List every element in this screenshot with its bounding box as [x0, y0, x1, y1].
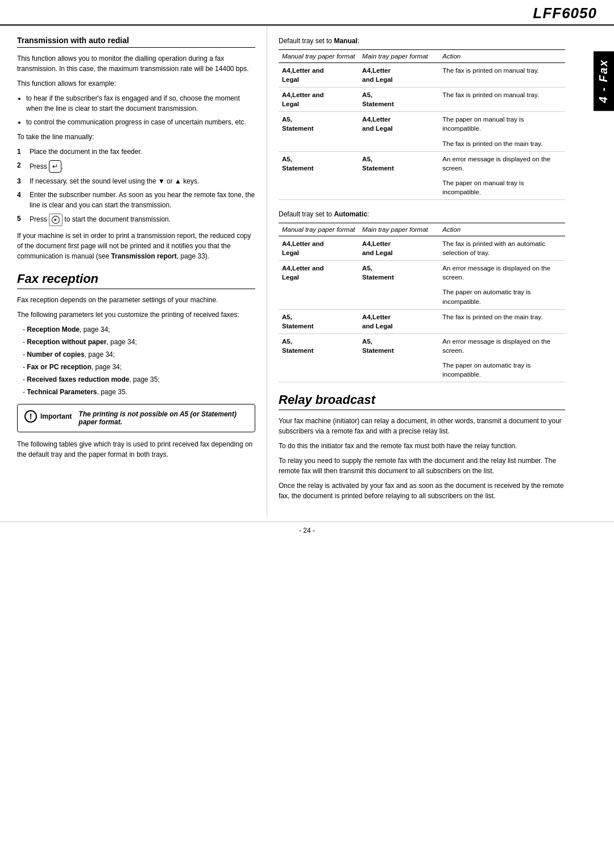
step-5: 5 Press to start the document transmissi…: [17, 214, 255, 226]
cell-main-format: A5,Statement: [359, 151, 439, 199]
cell-action: The fax is printed on manual tray.: [439, 63, 565, 87]
fax-reception-section: Fax reception Fax reception depends on t…: [17, 272, 255, 460]
table-header-row: Manual tray paper format Main tray paper…: [279, 223, 565, 236]
cell-manual-format: A4,Letter andLegal: [279, 236, 359, 261]
cell-action: The paper on automatic tray is incompati…: [439, 285, 565, 309]
cell-manual-format: A5,Statement: [279, 112, 359, 151]
table-manual: Manual tray paper format Main tray paper…: [279, 49, 565, 200]
dash-item: Reception Mode, page 34;: [23, 324, 255, 335]
transmission-para2: This function allows for example:: [17, 78, 255, 89]
relay-para4: Once the relay is activated by your fax …: [279, 481, 565, 501]
table-header-row: Manual tray paper format Main tray paper…: [279, 50, 565, 63]
footer: - 24 -: [0, 521, 614, 539]
manual-line: To take the line manually:: [17, 132, 255, 142]
cell-manual-format: A5,Statement: [279, 151, 359, 199]
exclamation-icon: !: [24, 410, 37, 423]
table-row: A5,Statement A5,Statement An error messa…: [279, 333, 565, 358]
table-row: A5,Statement A5,Statement An error messa…: [279, 151, 565, 176]
transmission-para3: If your machine is set in order to print…: [17, 231, 255, 261]
cell-main-format: A4,Letterand Legal: [359, 112, 439, 151]
cell-manual-format: A5,Statement: [279, 309, 359, 333]
transmission-para1: This function allows you to monitor the …: [17, 53, 255, 74]
main-content: Transmission with auto redial This funct…: [0, 26, 614, 516]
table-row: A4,Letter andLegal A4,Letterand Legal Th…: [279, 236, 565, 261]
table-manual-container: Default tray set to Manual: Manual tray …: [279, 36, 565, 200]
table-row: A4,Letter andLegal A5,Statement An error…: [279, 261, 565, 285]
header: LFF6050: [0, 0, 614, 26]
cell-action: The paper on automatic tray is incompati…: [439, 358, 565, 382]
dash-item: Reception without paper, page 34;: [23, 337, 255, 347]
cell-action: An error message is displayed on the scr…: [439, 261, 565, 285]
col-manual-tray: Manual tray paper format: [279, 50, 359, 63]
cell-action: An error message is displayed on the scr…: [439, 333, 565, 358]
dash-item: Number of copies, page 34;: [23, 349, 255, 360]
col-manual-tray: Manual tray paper format: [279, 223, 359, 236]
fax-reception-para1: Fax reception depends on the parameter s…: [17, 295, 255, 305]
col-action: Action: [439, 50, 565, 63]
side-tab: 4 - Fax: [594, 51, 614, 111]
fax-send-icon: [49, 214, 63, 226]
cell-main-format: A4,Letterand Legal: [359, 236, 439, 261]
step-1: 1 Place the document in the fax feeder.: [17, 147, 255, 157]
cell-main-format: A5,Statement: [359, 261, 439, 309]
cell-main-format: A4,Letterand Legal: [359, 63, 439, 87]
cell-action: The fax is printed on manual tray.: [439, 87, 565, 112]
fax-reception-dash-list: Reception Mode, page 34; Reception witho…: [23, 324, 255, 397]
dash-item: Technical Parameters, page 35.: [23, 387, 255, 397]
table-row: A4,Letter andLegal A5,Statement The fax …: [279, 87, 565, 112]
cell-manual-format: A4,Letter andLegal: [279, 63, 359, 87]
press-key-icon: ↵: [49, 160, 61, 173]
dash-item: Fax or PC reception, page 34;: [23, 362, 255, 372]
bullet-item: to control the communication progress in…: [26, 117, 255, 127]
cell-manual-format: A4,Letter andLegal: [279, 87, 359, 112]
transmission-section: Transmission with auto redial This funct…: [17, 36, 255, 261]
page: LFF6050 4 - Fax Transmission with auto r…: [0, 0, 614, 868]
cell-manual-format: A5,Statement: [279, 333, 359, 382]
left-column: Transmission with auto redial This funct…: [0, 26, 267, 516]
relay-para2: To do this the initiator fax and the rem…: [279, 441, 565, 451]
cell-main-format: A5,Statement: [359, 87, 439, 112]
table-manual-label: Default tray set to Manual:: [279, 36, 565, 46]
cell-manual-format: A4,Letter andLegal: [279, 261, 359, 309]
right-column: Default tray set to Manual: Manual tray …: [267, 26, 594, 516]
cell-action: The paper on manual tray is incompatible…: [439, 112, 565, 136]
cell-action: The fax is printed with an automatic sel…: [439, 236, 565, 261]
table-row: A5,Statement A4,Letterand Legal The fax …: [279, 309, 565, 333]
relay-broadcast-section: Relay broadcast Your fax machine (initia…: [279, 393, 565, 501]
page-number: - 24 -: [299, 527, 315, 535]
fax-reception-para2: The following parameters let you customi…: [17, 310, 255, 320]
important-box: ! Important The printing is not possible…: [17, 404, 255, 432]
table-row: A4,Letter andLegal A4,Letterand Legal Th…: [279, 63, 565, 87]
col-main-tray: Main tray paper format: [359, 223, 439, 236]
relay-para3: To relay you need to supply the remote f…: [279, 456, 565, 476]
step-4: 4 Enter the subscriber number. As soon a…: [17, 190, 255, 210]
step-3: 3 If necessary, set the sound level usin…: [17, 176, 255, 186]
col-action: Action: [439, 223, 565, 236]
table-automatic-container: Default tray set to Automatic: Manual tr…: [279, 209, 565, 382]
fax-reception-para3: The following tables give which tray is …: [17, 439, 255, 460]
relay-broadcast-heading: Relay broadcast: [279, 393, 565, 410]
cell-action: The fax is printed on the main tray.: [439, 136, 565, 152]
relay-para1: Your fax machine (initiator) can relay a…: [279, 416, 565, 436]
table-automatic-label: Default tray set to Automatic:: [279, 209, 565, 219]
col-main-tray: Main tray paper format: [359, 50, 439, 63]
page-title: LFF6050: [533, 5, 598, 22]
cell-main-format: A5,Statement: [359, 333, 439, 382]
table-row: A5,Statement A4,Letterand Legal The pape…: [279, 112, 565, 136]
bullet-item: to hear if the subscriber's fax is engag…: [26, 93, 255, 114]
fax-reception-heading: Fax reception: [17, 272, 255, 289]
table-automatic: Manual tray paper format Main tray paper…: [279, 223, 565, 382]
steps-list: 1 Place the document in the fax feeder. …: [17, 147, 255, 226]
cell-main-format: A4,Letterand Legal: [359, 309, 439, 333]
important-label: Important: [40, 412, 72, 420]
transmission-bullets: to hear if the subscriber's fax is engag…: [26, 93, 255, 127]
dash-item: Received faxes reduction mode, page 35;: [23, 374, 255, 385]
cell-action: The fax is printed on the main tray.: [439, 309, 565, 333]
cell-action: An error message is displayed on the scr…: [439, 151, 565, 176]
cell-action: The paper on manual tray is incompatible…: [439, 176, 565, 200]
transmission-heading: Transmission with auto redial: [17, 36, 255, 48]
step-2: 2 Press ↵.: [17, 160, 255, 173]
important-icon: ! Important: [24, 410, 74, 423]
important-text: The printing is not possible on A5 (or S…: [78, 410, 248, 426]
